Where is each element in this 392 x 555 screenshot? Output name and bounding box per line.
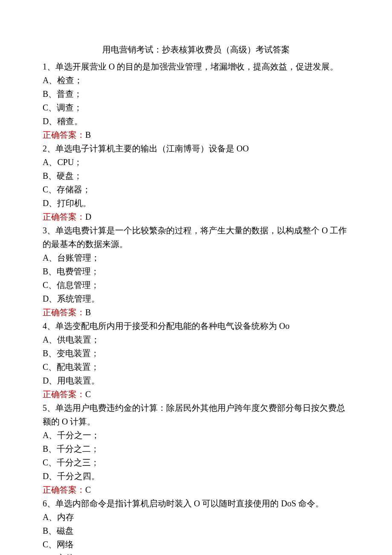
question-text: 5、单选用户电费违约金的计算：除居民外其他用户跨年度欠费部分每日按欠费总额的 O… (43, 401, 349, 428)
option-c: C、千分之三； (43, 456, 349, 469)
answer-label: 正确答案： (43, 485, 85, 494)
answer-label: 正确答案： (43, 212, 85, 221)
question-4: 4、单选变配电所内用于接受和分配电能的各种电气设备统称为 Oo A、供电装置； … (43, 319, 349, 401)
question-text: 3、单选电费计算是一个比较繁杂的过程，将产生大量的数据，以构成整个 O 工作的最… (43, 224, 349, 251)
option-b: B、磁盘 (43, 524, 349, 538)
option-c: C、存储器； (43, 183, 349, 196)
question-5: 5、单选用户电费违约金的计算：除居民外其他用户跨年度欠费部分每日按欠费总额的 O… (43, 401, 349, 497)
answer-line: 正确答案：B (43, 128, 349, 142)
option-b: B、变电装置； (43, 346, 349, 360)
option-a: A、千分之一； (43, 428, 349, 442)
answer-line: 正确答案：D (43, 210, 349, 224)
option-c: C、信息管理； (43, 278, 349, 292)
option-c: C、调查； (43, 101, 349, 114)
question-text: 6、单选内部命令是指计算机启动时装入 O 可以随时直接使用的 DoS 命令。 (43, 497, 349, 510)
option-a: A、台账管理； (43, 251, 349, 264)
answer-label: 正确答案： (43, 389, 85, 399)
document-title: 用电营销考试：抄表核算收费员（高级）考试答案 (43, 43, 349, 56)
option-c: C、网络 (43, 538, 349, 551)
answer-value: B (85, 130, 91, 139)
option-a: A、内存 (43, 510, 349, 524)
question-text: 2、单选电子计算机主要的输出（江南博哥）设备是 OO (43, 142, 349, 155)
option-c: C、配电装置； (43, 360, 349, 374)
answer-line: 正确答案：C (43, 483, 349, 497)
option-a: A、CPU； (43, 155, 349, 169)
answer-line: 正确答案：B (43, 305, 349, 319)
option-b: B、电费管理； (43, 264, 349, 278)
question-6: 6、单选内部命令是指计算机启动时装入 O 可以随时直接使用的 DoS 命令。 A… (43, 497, 349, 555)
option-a: A、供电装置； (43, 333, 349, 346)
option-d: D、打印机。 (43, 196, 349, 210)
option-b: B、普查； (43, 87, 349, 101)
option-d: D、千分之四。 (43, 469, 349, 483)
question-text: 4、单选变配电所内用于接受和分配电能的各种电气设备统称为 Oo (43, 319, 349, 333)
answer-value: D (85, 212, 91, 221)
option-a: A、检查； (43, 73, 349, 87)
answer-value: C (85, 389, 91, 399)
option-d: D、稽查。 (43, 114, 349, 128)
option-d: D、系统管理。 (43, 292, 349, 305)
answer-label: 正确答案： (43, 308, 85, 317)
question-text: 1、单选开展营业 O 的目的是加强营业管理，堵漏增收，提高效益，促进发展。 (43, 60, 349, 73)
option-b: B、硬盘； (43, 169, 349, 183)
option-d: D、文件。 (43, 551, 349, 555)
question-2: 2、单选电子计算机主要的输出（江南博哥）设备是 OO A、CPU； B、硬盘； … (43, 142, 349, 224)
question-1: 1、单选开展营业 O 的目的是加强营业管理，堵漏增收，提高效益，促进发展。 A、… (43, 60, 349, 142)
answer-line: 正确答案：C (43, 387, 349, 401)
answer-label: 正确答案： (43, 130, 85, 139)
option-d: D、用电装置。 (43, 374, 349, 387)
option-b: B、千分之二； (43, 442, 349, 456)
question-3: 3、单选电费计算是一个比较繁杂的过程，将产生大量的数据，以构成整个 O 工作的最… (43, 224, 349, 319)
answer-value: B (85, 308, 91, 317)
answer-value: C (85, 485, 91, 494)
